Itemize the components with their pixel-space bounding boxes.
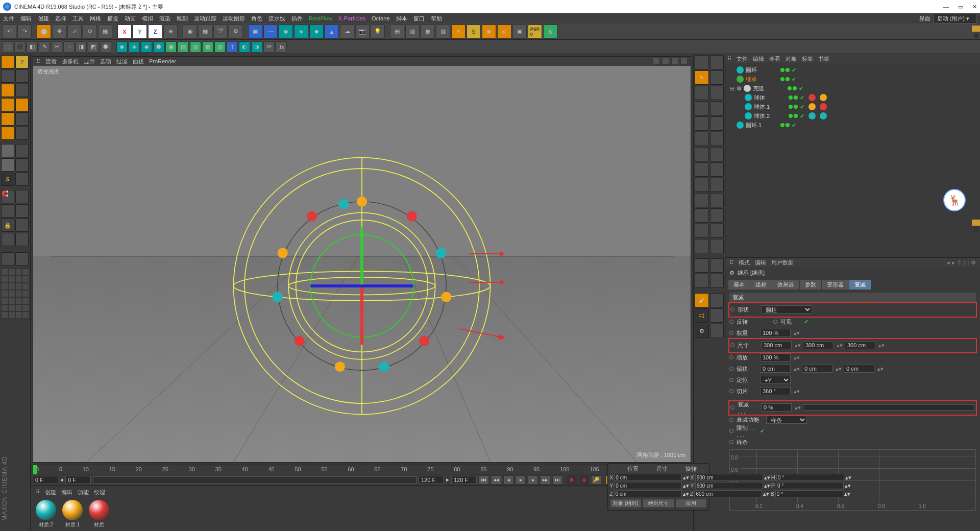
falloff-slider[interactable] bbox=[803, 404, 975, 411]
rb-26[interactable] bbox=[695, 258, 709, 273]
minimize-button[interactable]: — bbox=[943, 4, 949, 10]
timeline-ruler[interactable]: 0510152025303540455055606570758085909510… bbox=[31, 465, 693, 474]
view-grip-icon[interactable]: ⠿ bbox=[36, 58, 40, 65]
rb-pencil[interactable]: ✎ bbox=[695, 70, 709, 85]
mg-2[interactable]: ◈ bbox=[129, 41, 140, 53]
b-tool[interactable]: B bbox=[543, 25, 557, 39]
cube-primitive[interactable]: ▣ bbox=[248, 25, 262, 39]
material-材质[interactable]: 材质 bbox=[88, 500, 110, 528]
layout-select[interactable]: 启动 (用户) ▾ bbox=[934, 14, 977, 23]
slice-input[interactable] bbox=[760, 387, 791, 395]
rb-21[interactable] bbox=[710, 208, 724, 223]
rb-24[interactable] bbox=[695, 239, 709, 253]
deformer-tool[interactable]: ▲ bbox=[325, 25, 339, 39]
blank-7[interactable] bbox=[15, 252, 29, 266]
menu-捕捉[interactable]: 捕捉 bbox=[107, 15, 118, 22]
rb-gear[interactable]: ⚙ bbox=[695, 324, 709, 338]
tree-row-克隆[interactable]: ⊟⚙克隆✔ bbox=[727, 84, 978, 93]
view-nav-1[interactable] bbox=[653, 58, 660, 65]
rb-18[interactable] bbox=[695, 193, 709, 207]
cursor-icon[interactable] bbox=[15, 69, 29, 83]
mg-13[interactable]: ⟳ bbox=[263, 41, 275, 53]
view-icon[interactable] bbox=[1, 252, 14, 266]
goto-end-button[interactable]: ⏭ bbox=[552, 475, 562, 485]
menu-创建[interactable]: 创建 bbox=[38, 15, 49, 22]
tool-6[interactable]: ◉ bbox=[482, 25, 496, 39]
rb-6[interactable] bbox=[695, 101, 709, 115]
key-button[interactable]: 🔑 bbox=[591, 475, 601, 485]
menu-X-Particles[interactable]: X-Particles bbox=[338, 15, 365, 21]
menu-文件[interactable]: 文件 bbox=[3, 15, 14, 22]
tool-5[interactable]: ☀ bbox=[451, 25, 465, 39]
object-tree[interactable]: 圆环✔继承✔⊟⚙克隆✔球体✔球体.1✔球体.2✔圆环.1✔ bbox=[725, 63, 980, 257]
z-axis-toggle[interactable]: Z bbox=[148, 25, 162, 39]
cursor2-icon[interactable] bbox=[15, 112, 29, 126]
rb-23[interactable] bbox=[710, 224, 724, 238]
obj-tab-文件[interactable]: 文件 bbox=[737, 55, 748, 63]
mg-11[interactable]: ◐ bbox=[239, 41, 250, 53]
size-x-input[interactable] bbox=[761, 341, 792, 349]
falloff-input[interactable] bbox=[761, 403, 792, 412]
rb-25[interactable] bbox=[710, 239, 724, 253]
blank-4[interactable] bbox=[15, 204, 29, 218]
tree-row-继承[interactable]: 继承✔ bbox=[727, 75, 978, 84]
poly-mode[interactable] bbox=[1, 112, 14, 126]
render-view-button[interactable]: ▣ bbox=[183, 25, 197, 39]
attr-menu-编辑[interactable]: 编辑 bbox=[755, 259, 766, 267]
view-nav-4[interactable] bbox=[680, 58, 688, 65]
camera-tool[interactable]: 📷 bbox=[355, 25, 370, 39]
rb-14[interactable] bbox=[695, 162, 709, 177]
mat-menu-功能[interactable]: 功能 bbox=[78, 489, 89, 495]
mg-3[interactable]: ◆ bbox=[141, 41, 152, 53]
rb-16[interactable] bbox=[695, 178, 709, 192]
move-tool[interactable]: ✥ bbox=[52, 25, 66, 39]
attr-menu-模式[interactable]: 模式 bbox=[739, 259, 750, 267]
snap-s-icon[interactable]: S bbox=[1, 173, 14, 186]
menu-工具[interactable]: 工具 bbox=[72, 15, 84, 22]
sel-tool-6[interactable]: ⟋ bbox=[63, 41, 75, 53]
clamp-checkbox[interactable]: ✔ bbox=[760, 428, 765, 435]
size-y-input[interactable] bbox=[803, 341, 834, 349]
tool-4[interactable]: ▧ bbox=[436, 25, 450, 39]
menu-网格[interactable]: 网格 bbox=[90, 15, 101, 22]
y-axis-toggle[interactable]: Y bbox=[133, 25, 147, 39]
rb-11[interactable] bbox=[710, 132, 724, 146]
attr-tab-衰减[interactable]: 衰减 bbox=[849, 280, 871, 289]
menu-渲染[interactable]: 渲染 bbox=[159, 15, 170, 22]
mat-menu-纹理[interactable]: 纹理 bbox=[94, 489, 105, 495]
offset-y-input[interactable] bbox=[802, 365, 832, 373]
rb-5[interactable] bbox=[710, 86, 724, 100]
tool-2[interactable]: ▥ bbox=[405, 25, 420, 39]
prev-key-button[interactable]: ◂◂ bbox=[491, 475, 501, 485]
coord-绝对尺寸[interactable]: 绝对尺寸 bbox=[643, 499, 674, 508]
rb-20[interactable] bbox=[695, 208, 709, 223]
spline-primitive[interactable]: 〰 bbox=[263, 25, 278, 39]
coord-对象 (相对)[interactable]: 对象 (相对) bbox=[610, 499, 642, 508]
obj-tab-标签[interactable]: 标签 bbox=[802, 55, 813, 63]
rb-31[interactable] bbox=[710, 308, 724, 323]
menu-角色[interactable]: 角色 bbox=[251, 15, 262, 22]
mg-1[interactable]: ◉ bbox=[116, 41, 128, 53]
model-mode[interactable] bbox=[1, 55, 14, 68]
playhead-marker[interactable] bbox=[33, 465, 37, 474]
end-frame-input[interactable] bbox=[451, 476, 477, 484]
rb-7[interactable] bbox=[710, 101, 724, 115]
menu-运动跟踪[interactable]: 运动跟踪 bbox=[194, 15, 216, 22]
maximize-button[interactable]: ▭ bbox=[958, 4, 963, 10]
view-nav-2[interactable] bbox=[662, 58, 669, 65]
generator-tool-3[interactable]: ◆ bbox=[309, 25, 324, 39]
menu-帮助[interactable]: 帮助 bbox=[431, 15, 442, 22]
view-menu-摄像机[interactable]: 摄像机 bbox=[62, 58, 79, 65]
visible-checkbox[interactable]: ✔ bbox=[804, 319, 808, 325]
time-in-input[interactable] bbox=[65, 476, 91, 484]
render-region-button[interactable]: ▦ bbox=[198, 25, 212, 39]
material-材质.2[interactable]: 材质.2 bbox=[35, 500, 57, 528]
blank-2[interactable] bbox=[15, 173, 29, 186]
sel-tool-4[interactable]: ✎ bbox=[39, 41, 50, 53]
size-z-input[interactable] bbox=[845, 341, 875, 349]
rb-22[interactable] bbox=[695, 224, 709, 238]
tree-row-圆环[interactable]: 圆环✔ bbox=[727, 65, 978, 75]
menu-编辑[interactable]: 编辑 bbox=[20, 15, 32, 22]
mg-9[interactable]: ▧ bbox=[214, 41, 226, 53]
goto-start-button[interactable]: ⏮ bbox=[479, 475, 489, 485]
